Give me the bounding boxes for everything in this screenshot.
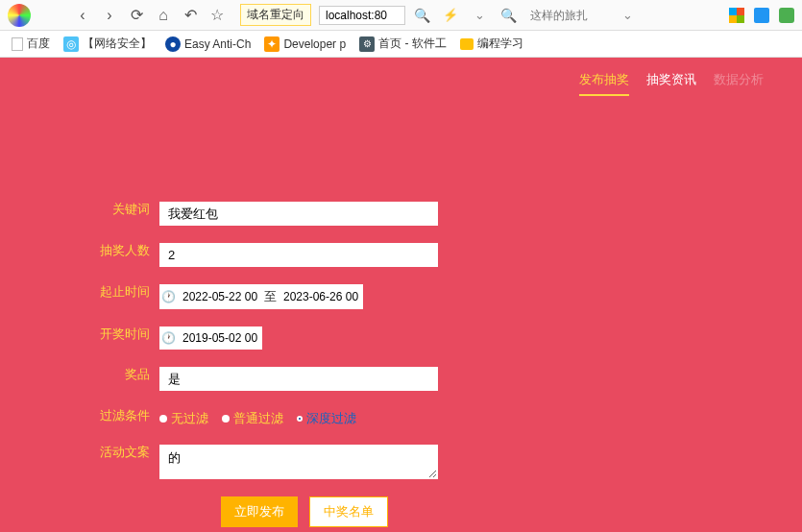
date-from-input[interactable]	[178, 285, 262, 308]
forward-button[interactable]: ›	[98, 4, 121, 27]
address-input[interactable]	[319, 6, 405, 25]
radio-nofilter[interactable]: 无过滤	[159, 410, 208, 427]
label-range: 起止时间	[96, 284, 150, 301]
row-copy: 活动文案	[96, 445, 706, 479]
bookmark-label: 【网络安全】	[83, 36, 152, 52]
undo-button[interactable]: ↶	[179, 4, 202, 27]
row-prize: 奖品	[96, 367, 706, 391]
extension-blue-icon[interactable]	[754, 8, 769, 23]
radio-dot-icon	[222, 415, 230, 423]
tab-publish[interactable]: 发布抽奖	[579, 71, 629, 96]
count-input[interactable]	[159, 243, 438, 267]
row-reveal: 开奖时间 🕐	[96, 326, 706, 350]
date-separator: 至	[262, 284, 279, 309]
search-icon[interactable]: 🔍	[412, 6, 431, 25]
radio-normalfilter[interactable]: 普通过滤	[222, 410, 283, 427]
top-nav: 发布抽奖 抽奖资讯 数据分析	[38, 58, 764, 106]
extension-icons	[729, 8, 794, 23]
radio-label: 无过滤	[171, 410, 208, 427]
search-input[interactable]	[524, 7, 611, 24]
lottery-form: 关键词 抽奖人数 起止时间 🕐 至 开奖时间 🕐 奖品	[38, 106, 764, 532]
back-button[interactable]: ‹	[71, 4, 94, 27]
bookmark-security[interactable]: ◎ 【网络安全】	[63, 36, 152, 52]
bookmark-label: 编程学习	[477, 36, 523, 52]
radio-label: 深度过滤	[306, 410, 356, 427]
bookmark-label: 首页 - 软件工	[378, 36, 447, 52]
chevron-down-icon[interactable]: ⌄	[470, 6, 489, 25]
label-reveal: 开奖时间	[96, 326, 150, 343]
microsoft-icon[interactable]	[729, 8, 744, 23]
security-icon: ◎	[63, 36, 79, 52]
radio-label: 普通过滤	[233, 410, 283, 427]
label-filter: 过滤条件	[96, 408, 150, 424]
row-filter: 过滤条件 无过滤 普通过滤 深度过滤	[96, 408, 706, 427]
page-content: 发布抽奖 抽奖资讯 数据分析 关键词 抽奖人数 起止时间 🕐 至 开奖时间 🕐	[0, 58, 802, 532]
browser-toolbar: ‹ › ⟳ ⌂ ↶ ☆ 域名重定向 🔍 ⚡ ⌄ 🔍 ⌄	[0, 0, 802, 31]
home-button[interactable]: ⌂	[152, 4, 175, 27]
label-prize: 奖品	[96, 367, 150, 383]
browser-logo	[8, 4, 31, 27]
bookmark-developer[interactable]: ✦ Developer p	[264, 36, 346, 52]
bookmark-label: Developer p	[283, 37, 346, 51]
bookmark-easyanticheat[interactable]: ● Easy Anti-Ch	[165, 36, 251, 52]
bookmark-programming[interactable]: 编程学习	[460, 36, 523, 52]
bookmarks-bar: 百度 ◎ 【网络安全】 ● Easy Anti-Ch ✦ Developer p…	[0, 31, 802, 58]
radio-dot-icon	[159, 415, 167, 423]
bookmark-label: Easy Anti-Ch	[184, 37, 251, 51]
prize-input[interactable]	[159, 367, 438, 391]
button-row: 立即发布 中奖名单	[96, 496, 706, 527]
copy-textarea[interactable]	[159, 445, 438, 479]
page-icon	[12, 37, 23, 51]
address-badge[interactable]: 域名重定向	[240, 4, 311, 26]
date-to-input[interactable]	[279, 285, 363, 308]
label-copy: 活动文案	[96, 445, 150, 461]
tab-info[interactable]: 抽奖资讯	[646, 71, 696, 96]
reveal-input[interactable]	[178, 326, 262, 350]
clock-icon: 🕐	[159, 331, 178, 345]
row-date-range: 起止时间 🕐 至	[96, 284, 706, 309]
bookmark-home[interactable]: ⚙ 首页 - 软件工	[359, 36, 447, 52]
tool-icon: ⚙	[359, 36, 375, 52]
clock-icon: 🕐	[159, 290, 178, 303]
row-keyword: 关键词	[96, 202, 706, 226]
folder-icon	[460, 38, 474, 50]
bookmark-label: 百度	[27, 36, 50, 52]
reveal-wrap: 🕐	[159, 326, 262, 350]
evernote-icon[interactable]	[779, 8, 794, 23]
search-icon-2[interactable]: 🔍	[498, 6, 518, 25]
search-dropdown-icon[interactable]: ⌄	[618, 6, 637, 25]
globe-icon: ●	[165, 36, 181, 52]
flash-icon[interactable]: ⚡	[441, 6, 460, 25]
radio-dot-icon	[297, 416, 303, 422]
favorite-button[interactable]: ☆	[206, 4, 229, 27]
tab-analytics[interactable]: 数据分析	[714, 71, 764, 96]
keyword-input[interactable]	[159, 202, 438, 226]
reload-button[interactable]: ⟳	[125, 4, 148, 27]
label-count: 抽奖人数	[96, 243, 150, 259]
filter-radio-group: 无过滤 普通过滤 深度过滤	[159, 408, 356, 427]
date-range-wrap: 🕐 至	[159, 284, 363, 309]
winners-button[interactable]: 中奖名单	[309, 496, 388, 527]
dev-icon: ✦	[264, 36, 279, 52]
publish-button[interactable]: 立即发布	[221, 496, 298, 527]
bookmark-baidu[interactable]: 百度	[12, 36, 50, 52]
radio-deepfilter[interactable]: 深度过滤	[297, 410, 356, 427]
row-count: 抽奖人数	[96, 243, 706, 267]
label-keyword: 关键词	[96, 202, 150, 218]
